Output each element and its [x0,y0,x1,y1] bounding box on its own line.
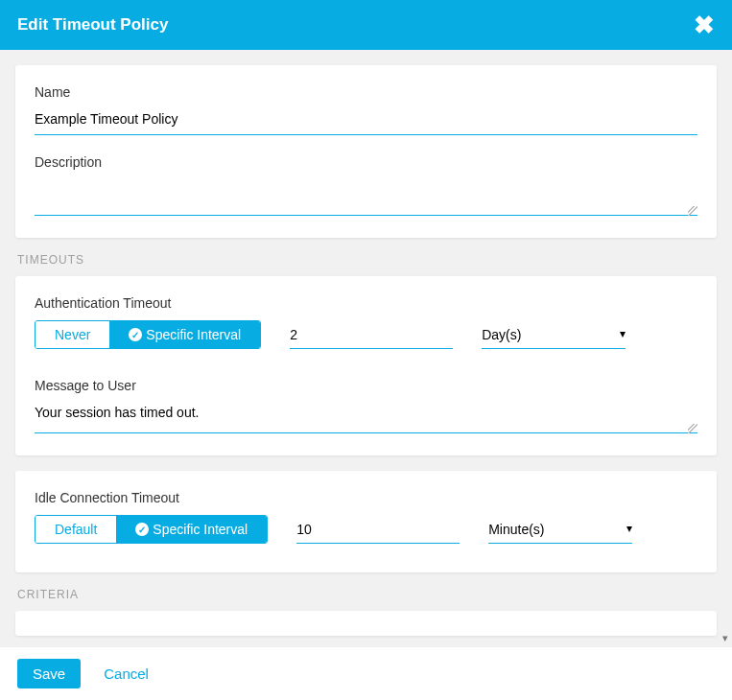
card-criteria [15,611,717,636]
check-circle-icon: ✓ [135,523,149,536]
auth-interval-input[interactable] [290,321,453,349]
message-to-user-input[interactable]: Your session has timed out. [35,399,697,433]
idle-timeout-option-specific-interval[interactable]: ✓ Specific Interval [116,516,267,543]
save-button[interactable]: Save [17,659,81,688]
auth-unit-select[interactable]: Day(s) [482,321,626,349]
name-input[interactable] [35,105,697,135]
section-heading-criteria: CRITERIA [17,588,715,601]
auth-timeout-option-never[interactable]: Never [35,321,109,348]
dialog-title: Edit Timeout Policy [17,15,168,35]
toggle-label: Specific Interval [146,327,241,342]
scroll-down-icon[interactable]: ▾ [718,632,732,646]
toggle-label: Default [55,522,97,537]
idle-timeout-option-default[interactable]: Default [35,516,116,543]
idle-unit-select[interactable]: Minute(s) [488,516,632,544]
toggle-label: Never [55,327,90,342]
dialog-header: Edit Timeout Policy ✖ [0,0,732,50]
idle-timeout-label: Idle Connection Timeout [35,490,697,505]
card-basic-info: Name Description [15,65,717,238]
card-authentication-timeout: Authentication Timeout Never ✓ Specific … [15,276,717,455]
dialog-body-scroll[interactable]: Name Description TIMEOUTS Authentication… [0,50,732,646]
description-input[interactable] [35,175,697,216]
auth-timeout-toggle-group: Never ✓ Specific Interval [35,320,261,349]
auth-timeout-option-specific-interval[interactable]: ✓ Specific Interval [109,321,260,348]
cancel-button[interactable]: Cancel [104,665,149,682]
name-label: Name [35,84,697,100]
dialog-footer: Save Cancel [0,646,732,700]
message-to-user-label: Message to User [35,378,697,393]
section-heading-timeouts: TIMEOUTS [17,253,715,267]
auth-timeout-label: Authentication Timeout [35,295,697,311]
toggle-label: Specific Interval [153,522,248,537]
close-icon[interactable]: ✖ [694,12,715,37]
description-label: Description [35,154,697,170]
check-circle-icon: ✓ [129,328,142,341]
card-idle-connection-timeout: Idle Connection Timeout Default ✓ Specif… [15,471,717,572]
idle-timeout-toggle-group: Default ✓ Specific Interval [35,515,268,544]
idle-interval-input[interactable] [296,516,460,544]
